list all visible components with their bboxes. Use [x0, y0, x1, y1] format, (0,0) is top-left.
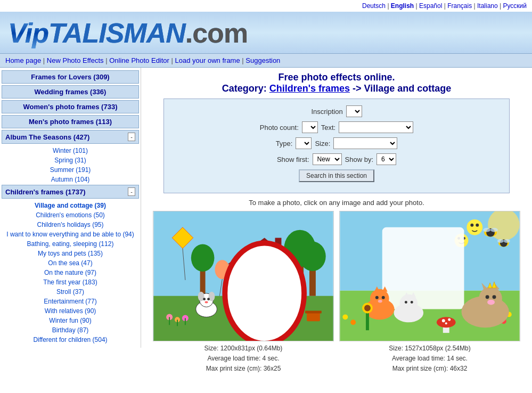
sidebar-link-album-seasons[interactable]: Album The Seasons (427): [5, 133, 89, 141]
sidebar-link-mens-frames[interactable]: Men's photo frames (113): [29, 118, 112, 126]
lang-fr[interactable]: Français: [447, 2, 472, 10]
sidebar-sub-holidays[interactable]: Children's holidays (95): [2, 220, 139, 230]
svg-point-13: [191, 244, 215, 272]
sidebar-item-wedding-frames[interactable]: Wedding frames (336): [2, 85, 139, 99]
svg-point-50: [470, 224, 473, 227]
photo-count-row: Photo count: Text:: [172, 121, 501, 133]
photo-info-2: Size: 1527x1058px (2.54Mb) Average load …: [339, 343, 520, 374]
search-button[interactable]: Search in this section: [299, 169, 374, 182]
show-first-select[interactable]: New: [313, 153, 342, 165]
sidebar-sub-toys[interactable]: My toys and pets (135): [2, 249, 139, 258]
sidebar-item-album-seasons[interactable]: Album The Seasons (427) -: [2, 130, 139, 144]
sidebar-link-wedding-frames[interactable]: Wedding frames (336): [35, 88, 107, 96]
sidebar-sub-want-to-know[interactable]: I want to know everything and be able to…: [2, 230, 139, 239]
sidebar-sub-relatives[interactable]: With relatives (90): [2, 306, 139, 316]
inscription-label: Inscription: [311, 108, 342, 116]
sidebar-sub-birthday[interactable]: Birthday (87): [2, 325, 139, 335]
lang-ru[interactable]: Русский: [503, 2, 527, 10]
size-select[interactable]: [333, 137, 397, 149]
nav-new-effects[interactable]: New Photo Effects: [47, 56, 104, 64]
svg-point-57: [370, 289, 389, 308]
sidebar-item-childrens-frames[interactable]: Children's frames (1737) -: [2, 185, 139, 199]
toggle-seasons[interactable]: -: [128, 133, 135, 141]
lang-it[interactable]: Italiano: [477, 2, 498, 10]
sidebar-sub-sea[interactable]: On the sea (47): [2, 258, 139, 268]
sidebar-sub-spring[interactable]: Spring (31): [2, 155, 139, 165]
svg-rect-30: [177, 320, 178, 326]
show-row: Show first: New Show by: 6: [172, 153, 501, 165]
sidebar-sub-village[interactable]: Village and cottage (39): [2, 201, 139, 210]
photo-info-1: Size: 1200x831px (0.64Mb) Average load t…: [153, 343, 334, 374]
show-first-label: Show first:: [277, 155, 309, 163]
max-print-label-1: Max print size (cm):: [206, 365, 264, 372]
main-title: Free photo effects online.: [146, 72, 527, 83]
sidebar-link-childrens-frames[interactable]: Children's frames (1737): [5, 188, 85, 196]
sidebar-link-frames-for-lovers[interactable]: Frames for Lovers (309): [31, 73, 109, 81]
nav-online-editor[interactable]: Online Photo Editor: [109, 56, 169, 64]
max-print-value-2: 46x32: [450, 365, 468, 372]
svg-point-49: [466, 219, 482, 235]
sidebar-item-mens-frames[interactable]: Men's photo frames (113): [2, 115, 139, 128]
sidebar-sub-winter-fun[interactable]: Winter fun (90): [2, 316, 139, 325]
photo-item-2: Size: 1527x1058px (2.54Mb) Average load …: [339, 211, 520, 374]
sidebar-item-frames-for-lovers[interactable]: Frames for Lovers (309): [2, 70, 139, 84]
svg-point-43: [483, 228, 490, 232]
inscription-select[interactable]: [346, 105, 362, 117]
show-by-select[interactable]: 6: [377, 153, 396, 165]
logo[interactable]: VipTALISMAN.com: [8, 17, 248, 49]
svg-point-67: [405, 301, 407, 304]
sidebar-sub-emotions[interactable]: Children's emotions (50): [2, 210, 139, 220]
instructions: To make a photo, click on any image and …: [146, 199, 527, 207]
search-btn-row: Search in this section: [172, 169, 501, 182]
sidebar-sub-different[interactable]: Different for children (504): [2, 335, 139, 345]
lang-en[interactable]: English: [391, 2, 414, 10]
search-box: Inscription Photo count: Text: Type:: [163, 99, 510, 193]
svg-point-81: [445, 322, 447, 324]
sidebar-link-womens-frames[interactable]: Women's photo frames (733): [23, 103, 118, 111]
lang-es[interactable]: Español: [419, 2, 442, 10]
sidebar-sub-first-year[interactable]: The first year (183): [2, 277, 139, 287]
seasons-subcategories: Winter (101) Spring (31) Summer (191) Au…: [2, 145, 139, 185]
category-suffix: -> Village and cottage: [353, 83, 451, 94]
category-link[interactable]: Children's frames: [269, 83, 350, 94]
text-label: Text:: [321, 124, 335, 132]
text-select[interactable]: [339, 121, 413, 133]
content-title: Free photo effects online. Category: Chi…: [146, 72, 527, 94]
sidebar-item-womens-frames[interactable]: Women's photo frames (733): [2, 100, 139, 113]
logo-bar: VipTALISMAN.com: [0, 12, 532, 53]
svg-point-79: [442, 319, 445, 322]
sidebar-sub-bathing[interactable]: Bathing, eating, sleeping (112): [2, 239, 139, 249]
svg-point-75: [487, 300, 495, 305]
sidebar-sub-stroll[interactable]: Stroll (37): [2, 287, 139, 297]
photo-thumb-2[interactable]: [339, 211, 520, 341]
max-print-value-1: 36x25: [264, 365, 281, 372]
svg-point-44: [490, 228, 498, 232]
childrens-subcategories: Village and cottage (39) Children's emot…: [2, 200, 139, 345]
avg-load-label-1: Average load time:: [207, 355, 262, 362]
svg-point-36: [342, 314, 348, 320]
photo-count-select[interactable]: [302, 121, 318, 133]
content-area: Free photo effects online. Category: Chi…: [141, 68, 532, 379]
photo-thumb-1[interactable]: [153, 211, 334, 341]
svg-point-62: [378, 300, 382, 303]
svg-point-37: [350, 320, 356, 325]
svg-point-68: [411, 301, 413, 304]
sidebar-sub-entertainment[interactable]: Entertainment (77): [2, 297, 139, 306]
language-bar: Deutsch | English | Español | Français |…: [0, 0, 532, 12]
sidebar-sub-nature[interactable]: On the nature (97): [2, 268, 139, 277]
nav-suggestion[interactable]: Suggestion: [245, 56, 280, 64]
avg-load-value-1: 4 sec.: [263, 355, 280, 362]
sidebar-sub-autumn[interactable]: Autumn (104): [2, 175, 139, 184]
svg-rect-33: [305, 310, 322, 313]
nav-home[interactable]: Home page: [5, 56, 41, 64]
toggle-childrens[interactable]: -: [128, 187, 135, 196]
svg-point-84: [364, 305, 371, 312]
avg-load-label-2: Average load time:: [392, 355, 447, 362]
type-select[interactable]: [296, 137, 312, 149]
lang-de[interactable]: Deutsch: [362, 2, 386, 10]
svg-point-47: [497, 239, 504, 243]
sidebar-sub-summer[interactable]: Summer (191): [2, 165, 139, 175]
svg-rect-29: [169, 317, 170, 325]
sidebar-sub-winter[interactable]: Winter (101): [2, 146, 139, 155]
nav-load-frame[interactable]: Load your own frame: [175, 56, 240, 64]
